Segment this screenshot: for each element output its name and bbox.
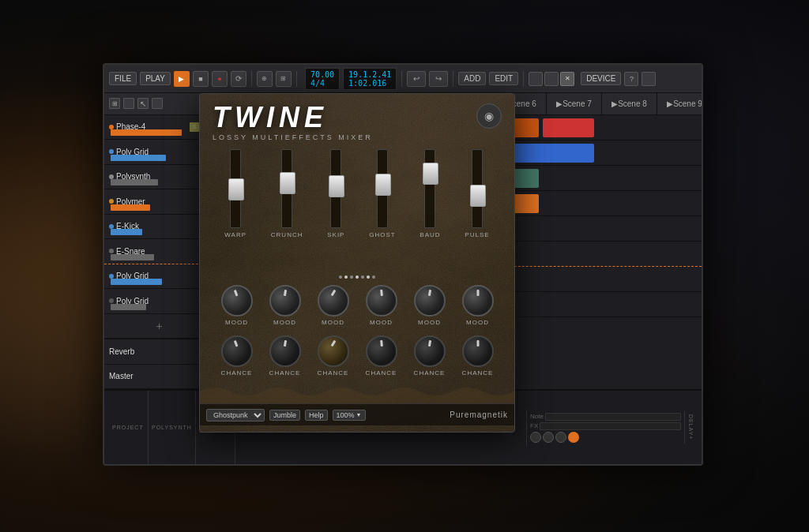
mini-knob-3[interactable] (555, 432, 566, 443)
mini-knob-active[interactable] (568, 432, 579, 443)
file-button[interactable]: FILE (109, 72, 137, 85)
track-item-ekick[interactable]: E-Kick (104, 215, 214, 240)
chance-knob-5[interactable] (414, 335, 446, 367)
fader-track-skip[interactable] (330, 149, 341, 228)
redo-button[interactable]: ↪ (429, 71, 448, 87)
track-color-polymer (109, 199, 114, 204)
track-item-polygrid2[interactable]: Poly Grid (104, 264, 214, 290)
dot-7 (372, 275, 375, 279)
fader-handle-skip[interactable] (329, 175, 344, 197)
fader-handle-warp[interactable] (228, 178, 244, 200)
mini-knob-2[interactable] (543, 432, 554, 443)
mood-knob-4[interactable] (366, 285, 397, 317)
tool-button-3[interactable]: ✕ (560, 72, 574, 86)
note-control[interactable] (545, 413, 681, 421)
add-button[interactable]: ADD (458, 72, 486, 85)
track-name-reverb: Reverb (109, 347, 209, 356)
overdub-button[interactable]: ⊕ (257, 71, 273, 87)
mood-knob-3[interactable] (318, 285, 349, 317)
jumble-button[interactable]: Jumble (269, 410, 300, 421)
chance-label-5: CHANCE (414, 369, 446, 377)
chance-knob-3[interactable] (318, 335, 349, 367)
fader-skip: SKIP (327, 149, 344, 269)
fx-control[interactable] (540, 422, 681, 430)
mood-label-2: MOOD (273, 319, 296, 326)
mood-knob-5[interactable] (414, 285, 446, 317)
position-value: 19.1.2.41 (348, 70, 391, 79)
track-item-esnare[interactable]: E-Snare (104, 239, 214, 264)
mood-knob-1[interactable] (221, 285, 253, 317)
track-item-phase4[interactable]: Phase-4 S M (104, 115, 214, 140)
tool-button-1[interactable] (529, 72, 543, 86)
track-item-polygrid1[interactable]: Poly Grid (104, 140, 214, 165)
list-view-button[interactable] (123, 98, 134, 109)
fader-handle-baud[interactable] (423, 163, 438, 185)
fx-label: FX (530, 422, 538, 429)
bpm-display[interactable]: 70.00 4/4 (305, 68, 340, 90)
zoom-value: 100% (337, 411, 355, 419)
fader-track-ghost[interactable] (377, 149, 388, 228)
chance-knob-4[interactable] (366, 335, 397, 367)
fader-track-warp[interactable] (230, 149, 241, 228)
scene-9-label[interactable]: ▶ Scene 9 (657, 93, 702, 114)
undo-button[interactable]: ↩ (407, 71, 426, 87)
question-button[interactable]: ? (624, 72, 638, 86)
track-bar-phase4 (111, 129, 182, 136)
capture-button[interactable]: ⊞ (276, 71, 292, 87)
chance-knob-2[interactable] (269, 335, 301, 367)
mood-knob-6[interactable] (462, 285, 494, 317)
grid-view-button[interactable]: ⊞ (109, 98, 120, 109)
overdub-icon: ⊕ (262, 75, 267, 82)
track-item-polygrid3[interactable]: Poly Grid (104, 289, 214, 314)
mini-control-row-2: FX (530, 422, 681, 430)
fader-track-pulse[interactable] (472, 149, 483, 228)
scene-7-label[interactable]: ▶ Scene 7 (547, 93, 602, 114)
chance-knob-1[interactable] (221, 335, 253, 367)
twine-wave-decoration (200, 380, 514, 403)
transport-stop-button[interactable]: ■ (193, 71, 209, 87)
fader-ghost: GHOST (369, 149, 395, 269)
fader-handle-ghost[interactable] (375, 174, 391, 196)
clip-1-6[interactable] (543, 118, 594, 137)
twine-logo[interactable]: ◉ (476, 103, 502, 129)
chance-knob-6[interactable] (462, 335, 494, 367)
play-icon: ▶ (179, 75, 184, 83)
polysynth-section: POLYSYNTH (149, 391, 196, 464)
device-button[interactable]: DEVICE (581, 72, 621, 85)
edit-button[interactable]: EDIT (489, 72, 518, 85)
transport-record-button[interactable]: ● (212, 71, 228, 87)
fader-label-ghost: GHOST (369, 231, 395, 238)
mood-knob-2[interactable] (269, 285, 301, 317)
transport-loop-button[interactable]: ⟳ (231, 71, 246, 87)
mini-knob-1[interactable] (530, 432, 541, 443)
help-button[interactable]: Help (305, 410, 328, 421)
question-icon: ? (630, 75, 634, 83)
fader-handle-pulse[interactable] (470, 185, 486, 207)
track-item-master[interactable]: Master (104, 365, 214, 390)
track-item-polysynth[interactable]: Polysynth (104, 165, 214, 190)
settings-button[interactable] (642, 72, 656, 86)
tool-button-2[interactable] (544, 72, 559, 86)
pencil-tool[interactable] (152, 98, 163, 109)
project-section: PROJECT (109, 391, 149, 464)
track-item-polymer[interactable]: Polymer (104, 189, 214, 215)
fader-handle-crunch[interactable] (280, 172, 295, 194)
add-track-row[interactable]: + (104, 314, 214, 339)
track-color-polygrid3 (109, 298, 114, 303)
twine-bottombar: Ghostpunk Jumble Help 100% ▼ Puremagneti… (200, 403, 514, 425)
track-list: ⊞ ↖ Phase-4 S M Poly Grid Poly (104, 93, 215, 389)
add-track-icon[interactable]: + (156, 320, 162, 332)
play-mode-button[interactable]: PLAY (140, 72, 171, 85)
preset-selector[interactable]: Ghostpunk (206, 409, 265, 421)
chance-knob-2-col: CHANCE (269, 335, 301, 377)
scene-8-label[interactable]: ▶ Scene 8 (602, 93, 657, 114)
zoom-control[interactable]: 100% ▼ (333, 410, 366, 421)
track-item-reverb[interactable]: Reverb (104, 339, 214, 365)
cursor-tool[interactable]: ↖ (137, 98, 149, 109)
transport-play-button[interactable]: ▶ (174, 71, 190, 87)
track-name-master: Master (109, 372, 209, 380)
fader-track-baud[interactable] (424, 149, 435, 228)
fader-pulse: PULSE (465, 149, 489, 269)
fader-track-crunch[interactable] (281, 149, 292, 228)
solo-button-phase4[interactable]: S (190, 122, 199, 132)
